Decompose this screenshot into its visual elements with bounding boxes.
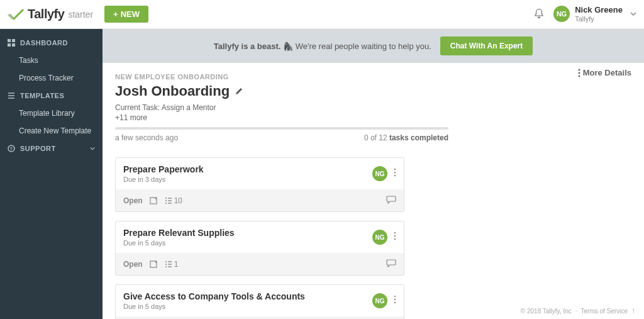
user-menu[interactable]: NG Nick Greene Tallyfy xyxy=(553,6,636,22)
task-count: 1 xyxy=(174,260,179,269)
dashboard-icon xyxy=(8,39,15,47)
sidebar-item-create-template[interactable]: Create New Template xyxy=(0,122,103,140)
task-due: Due in 5 days xyxy=(123,239,372,247)
scroll-top-icon[interactable]: ↑ xyxy=(631,306,635,315)
svg-text:?: ? xyxy=(9,146,13,152)
svg-point-22 xyxy=(165,266,167,267)
more-count-label: +11 more xyxy=(115,113,568,122)
task-more-icon[interactable] xyxy=(394,232,396,243)
sidebar-item-process-tracker[interactable]: Process Tracker xyxy=(0,69,103,87)
svg-point-23 xyxy=(394,296,396,297)
plus-icon: + xyxy=(113,9,118,19)
beast-icon: 🦍 xyxy=(283,42,293,51)
support-icon: ? xyxy=(8,145,15,152)
svg-rect-1 xyxy=(12,39,15,42)
svg-point-24 xyxy=(394,299,396,300)
task-card: Prepare Paperwork Due in 3 days NG Open … xyxy=(115,157,404,212)
page-title: Josh Onboarding xyxy=(115,83,230,99)
svg-point-11 xyxy=(394,175,396,176)
svg-point-17 xyxy=(394,235,396,237)
sidebar: DASHBOARD Tasks Process Tracker TEMPLATE… xyxy=(0,29,103,319)
sidebar-item-tasks[interactable]: Tasks xyxy=(0,52,103,69)
task-due: Due in 5 days xyxy=(123,303,372,310)
sidebar-heading-templates[interactable]: TEMPLATES xyxy=(0,87,103,104)
svg-point-9 xyxy=(394,169,396,170)
templates-icon xyxy=(8,92,15,99)
task-card: Give Access to Company Tools & Accounts … xyxy=(115,284,404,319)
svg-point-18 xyxy=(394,238,396,240)
task-more-icon[interactable] xyxy=(394,295,396,306)
task-more-icon[interactable] xyxy=(394,168,396,179)
note-icon[interactable] xyxy=(149,196,158,205)
svg-point-7 xyxy=(578,72,580,74)
svg-point-14 xyxy=(165,200,167,201)
task-open-link[interactable]: Open xyxy=(123,260,143,269)
checklist-icon[interactable]: 1 xyxy=(164,260,179,269)
svg-point-13 xyxy=(165,198,167,199)
svg-rect-3 xyxy=(12,43,15,47)
progress-bar xyxy=(115,127,448,130)
avatar: NG xyxy=(372,166,387,181)
chat-expert-button[interactable]: Chat With An Expert xyxy=(440,36,533,55)
logo[interactable]: Tallyfy starter xyxy=(8,7,93,22)
avatar: NG xyxy=(372,230,387,245)
task-open-link[interactable]: Open xyxy=(123,196,143,205)
svg-point-25 xyxy=(394,302,396,303)
task-title: Give Access to Company Tools & Accounts xyxy=(123,291,372,301)
sidebar-heading-support[interactable]: ? SUPPORT xyxy=(0,140,103,157)
svg-point-15 xyxy=(165,203,167,204)
timestamp-label: a few seconds ago xyxy=(115,133,178,142)
more-vertical-icon xyxy=(578,69,580,77)
svg-point-20 xyxy=(165,261,167,262)
svg-rect-0 xyxy=(8,39,11,42)
note-icon[interactable] xyxy=(149,260,158,269)
current-task-label: Current Task: Assign a Mentor xyxy=(115,103,568,112)
svg-point-6 xyxy=(578,69,580,70)
svg-point-16 xyxy=(394,232,396,233)
completed-label: 0 of 12 tasks completed xyxy=(364,133,448,142)
user-name: Nick Greene xyxy=(575,6,623,14)
tos-link[interactable]: Terms of Service xyxy=(581,308,628,315)
task-due: Due in 3 days xyxy=(123,176,372,183)
svg-point-8 xyxy=(578,75,580,77)
logo-check-icon xyxy=(8,7,25,22)
avatar: NG xyxy=(372,293,387,308)
svg-point-21 xyxy=(165,264,167,265)
svg-point-10 xyxy=(394,172,396,173)
checklist-icon[interactable]: 10 xyxy=(164,196,182,205)
task-title: Prepare Paperwork xyxy=(123,164,372,174)
help-banner: Tallyfy is a beast. 🦍 We're real people … xyxy=(103,29,644,63)
comment-icon[interactable] xyxy=(386,194,396,206)
comment-icon[interactable] xyxy=(386,258,396,270)
user-org: Tallyfy xyxy=(575,15,623,23)
breadcrumb: NEW EMPLOYEE ONBOARDING xyxy=(115,73,568,81)
notifications-icon[interactable] xyxy=(533,8,545,20)
new-button[interactable]: + NEW xyxy=(104,6,148,23)
avatar: NG xyxy=(553,6,570,22)
edit-icon[interactable] xyxy=(235,87,243,96)
chevron-down-icon xyxy=(630,11,636,17)
svg-rect-2 xyxy=(8,43,11,47)
task-title: Prepare Relevant Supplies xyxy=(123,228,372,238)
task-card: Prepare Relevant Supplies Due in 5 days … xyxy=(115,221,404,276)
sidebar-item-template-library[interactable]: Template Library xyxy=(0,104,103,122)
task-count: 10 xyxy=(174,196,182,205)
chevron-down-icon xyxy=(90,146,95,151)
more-details-button[interactable]: More Details xyxy=(578,68,631,77)
sidebar-heading-dashboard[interactable]: DASHBOARD xyxy=(0,34,103,52)
footer: © 2018 Tallyfy, Inc · Terms of Service ↑ xyxy=(521,306,635,315)
